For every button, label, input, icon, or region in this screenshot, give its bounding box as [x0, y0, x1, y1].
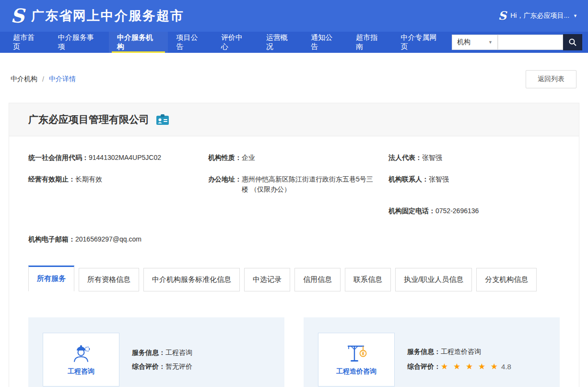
site-title: 广东省网上中介服务超市 — [31, 7, 184, 24]
field-value: 张智强 — [429, 174, 449, 184]
service-info-label: 服务信息： — [132, 349, 165, 357]
tab-branches[interactable]: 分支机构信息 — [476, 268, 537, 291]
nav-item-evaluation-center[interactable]: 评价中心 — [213, 32, 258, 53]
nav-item-agency-pages[interactable]: 中介专属网页 — [393, 32, 452, 53]
chevron-down-icon: ▼ — [488, 40, 493, 45]
site-logo-icon: S — [11, 6, 24, 25]
field-label: 机构固定电话： — [388, 206, 435, 216]
nav-item-announcements[interactable]: 通知公告 — [303, 32, 348, 53]
service-info-label: 服务信息： — [407, 348, 441, 356]
field-value: 0752-2696136 — [435, 206, 479, 216]
tab-credit-info[interactable]: 信用信息 — [294, 268, 341, 291]
search-input[interactable] — [498, 35, 563, 50]
field-label: 办公地址： — [208, 174, 242, 184]
chevron-down-icon[interactable]: ▼ — [573, 13, 577, 18]
field-label: 统一社会信用代码： — [28, 153, 89, 163]
user-logo-icon: S — [498, 10, 506, 22]
search-button[interactable] — [563, 34, 582, 50]
search-category-value: 机构 — [457, 38, 470, 47]
service-info-line: 服务信息： 工程造价咨询 — [407, 348, 511, 356]
nav-item-guide[interactable]: 超市指南 — [348, 32, 393, 53]
field-valid-until: 经营有效期止： 长期有效 — [28, 174, 208, 194]
tab-selection-records[interactable]: 中选记录 — [244, 268, 290, 291]
company-info-grid: 统一社会信用代码： 91441302MA4UP5JC02 机构性质： 企业 法人… — [9, 136, 579, 249]
star-rating-icons: ★ ★ ★ ★ ★ — [441, 362, 499, 372]
field-value: 企业 — [242, 153, 255, 163]
service-tile-label: 工程咨询 — [68, 367, 94, 376]
service-rating-text: 暂无评价 — [165, 363, 192, 371]
service-tile-label: 工程造价咨询 — [336, 367, 376, 376]
field-office-address: 办公地址： 惠州仲恺高新区陈江街道行政街东五巷5号三楼 （仅限办公） — [208, 174, 388, 194]
field-org-type: 机构性质： 企业 — [208, 153, 388, 163]
service-tile[interactable]: ¥ 工程造价咨询 — [318, 333, 395, 387]
service-list: 工程咨询 服务信息： 工程咨询 综合评价： 暂无评价 — [9, 291, 579, 387]
field-value: 91441302MA4UP5JC02 — [89, 153, 161, 163]
id-card-icon — [156, 114, 169, 125]
field-contact: 机构联系人： 张智强 — [388, 174, 560, 194]
user-greeting: Hi，广东必应项目... — [510, 12, 569, 20]
service-info: 服务信息： 工程造价咨询 综合评价： ★ ★ ★ ★ ★ 4.8 — [407, 342, 511, 377]
service-tile[interactable]: 工程咨询 — [43, 333, 119, 387]
field-value: 2016569297@qq.com — [75, 234, 141, 244]
nav-item-agencies[interactable]: 中介服务机构 — [109, 32, 168, 53]
field-label: 机构性质： — [208, 153, 242, 163]
main-nav: 超市首页 中介服务事项 中介服务机构 项目公告 评价中心 运营概况 通知公告 超… — [0, 32, 588, 53]
tab-practitioners[interactable]: 执业/职业人员信息 — [395, 268, 472, 291]
service-rating-label: 综合评价： — [407, 363, 441, 371]
company-card: 广东必应项目管理有限公司 统一社会信用代码： 91441302MA4UP5JC0… — [9, 103, 579, 387]
field-label: 法人代表： — [388, 153, 422, 163]
app-header: S 广东省网上中介服务超市 S Hi，广东必应项目... ▼ — [0, 0, 588, 32]
field-credit-code: 统一社会信用代码： 91441302MA4UP5JC02 — [28, 153, 208, 163]
engineer-worker-icon — [70, 343, 92, 363]
service-info-value: 工程造价咨询 — [441, 348, 481, 356]
company-header: 广东必应项目管理有限公司 — [9, 103, 579, 136]
user-menu[interactable]: S Hi，广东必应项目... ▼ — [498, 10, 577, 22]
field-value: 惠州仲恺高新区陈江街道行政街东五巷5号三楼 （仅限办公） — [242, 174, 377, 194]
breadcrumb-current: 中介详情 — [49, 75, 76, 84]
nav-search-group: 机构 ▼ — [452, 32, 588, 53]
tab-contact-info[interactable]: 联系信息 — [345, 268, 391, 291]
nav-item-home[interactable]: 超市首页 — [5, 32, 50, 53]
field-phone: 机构固定电话： 0752-2696136 — [388, 206, 560, 216]
field-label: 经营有效期止： — [28, 174, 75, 184]
breadcrumb-separator: / — [42, 75, 44, 83]
tab-qualifications[interactable]: 所有资格信息 — [79, 268, 139, 291]
service-card-engineering-consulting: 工程咨询 服务信息： 工程咨询 综合评价： 暂无评价 — [28, 317, 284, 387]
tower-crane-icon: ¥ — [345, 343, 368, 363]
search-category-select[interactable]: 机构 ▼ — [452, 35, 498, 50]
rating-score: 4.8 — [501, 363, 511, 371]
detail-tabs: 所有服务 所有资格信息 中介机构服务标准化信息 中选记录 信用信息 联系信息 执… — [9, 249, 579, 291]
breadcrumb-root[interactable]: 中介机构 — [11, 75, 37, 84]
tab-all-services[interactable]: 所有服务 — [28, 266, 74, 291]
breadcrumb-row: 中介机构 / 中介详情 返回列表 — [0, 53, 588, 103]
tab-service-standardization[interactable]: 中介机构服务标准化信息 — [143, 268, 240, 291]
back-to-list-button[interactable]: 返回列表 — [526, 70, 576, 88]
service-rating-line: 综合评价： ★ ★ ★ ★ ★ 4.8 — [407, 362, 511, 372]
company-name: 广东必应项目管理有限公司 — [28, 113, 149, 126]
field-email: 机构电子邮箱： 2016569297@qq.com — [28, 234, 208, 244]
svg-text:¥: ¥ — [362, 351, 365, 356]
field-legal-rep: 法人代表： 张智强 — [388, 153, 560, 163]
service-info-line: 服务信息： 工程咨询 — [132, 349, 192, 357]
service-info: 服务信息： 工程咨询 综合评价： 暂无评价 — [132, 343, 192, 376]
field-label: 机构联系人： — [388, 174, 429, 184]
service-info-value: 工程咨询 — [165, 349, 192, 357]
nav-item-operation-overview[interactable]: 运营概况 — [258, 32, 303, 53]
service-rating-line: 综合评价： 暂无评价 — [132, 363, 192, 371]
service-rating-label: 综合评价： — [132, 363, 165, 371]
field-value: 长期有效 — [75, 174, 102, 184]
service-card-cost-consulting: ¥ 工程造价咨询 服务信息： 工程造价咨询 综合评价： ★ ★ ★ ★ ★ 4.… — [304, 317, 560, 387]
breadcrumb: 中介机构 / 中介详情 — [11, 75, 76, 84]
search-icon — [568, 38, 577, 47]
nav-item-service-matters[interactable]: 中介服务事项 — [50, 32, 109, 53]
nav-item-project-notices[interactable]: 项目公告 — [168, 32, 213, 53]
field-value: 张智强 — [422, 153, 442, 163]
field-label: 机构电子邮箱： — [28, 234, 75, 244]
